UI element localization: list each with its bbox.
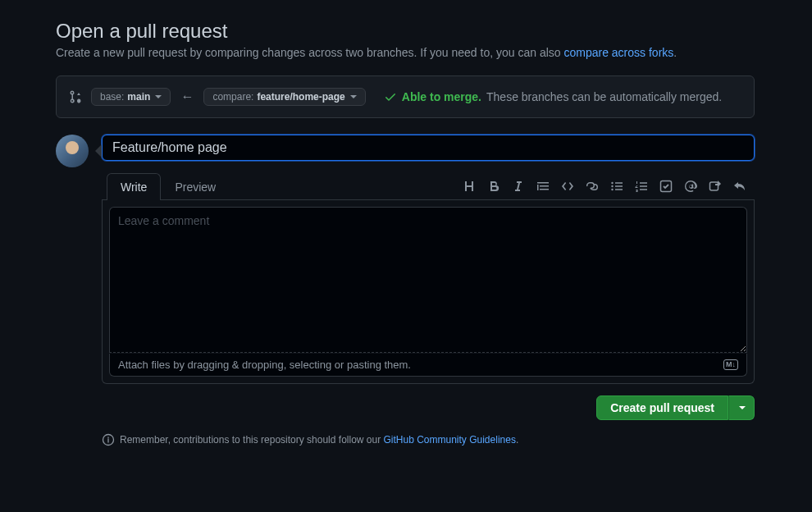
footer-note: Remember, contributions to this reposito… <box>102 433 755 446</box>
create-pull-request-button[interactable]: Create pull request <box>596 395 728 420</box>
page-title: Open a pull request <box>56 20 755 43</box>
git-compare-icon <box>70 90 83 103</box>
subtitle-text: Create a new pull request by comparing c… <box>56 46 563 59</box>
formatting-toolbar <box>461 176 755 196</box>
bold-icon[interactable] <box>486 176 502 196</box>
merge-desc-text: These branches can be automatically merg… <box>486 90 722 103</box>
merge-status: Able to merge. These branches can be aut… <box>384 90 722 103</box>
compare-forks-link[interactable]: compare across forks <box>563 46 673 59</box>
page-subtitle: Create a new pull request by comparing c… <box>56 46 755 59</box>
footer-suffix: . <box>516 434 518 446</box>
code-icon[interactable] <box>559 176 576 196</box>
arrow-left-icon: ← <box>179 89 195 104</box>
link-icon[interactable] <box>584 176 600 196</box>
attach-bar[interactable]: Attach files by dragging & dropping, sel… <box>109 354 747 377</box>
form-panel: Write Preview <box>102 135 755 420</box>
pr-title-input[interactable] <box>102 135 755 161</box>
markdown-icon[interactable]: M↓ <box>723 359 738 370</box>
list-ordered-icon[interactable] <box>633 176 650 196</box>
base-label: base: <box>100 91 124 103</box>
attach-text: Attach files by dragging & dropping, sel… <box>118 359 411 371</box>
tasklist-icon[interactable] <box>658 176 674 196</box>
subtitle-suffix: . <box>673 46 677 59</box>
list-unordered-icon[interactable] <box>609 176 625 196</box>
create-pull-request-dropdown[interactable] <box>728 395 755 420</box>
svg-point-1 <box>611 185 613 186</box>
base-branch-name: main <box>127 91 150 103</box>
compare-label: compare: <box>212 91 253 103</box>
footer-prefix: Remember, contributions to this reposito… <box>120 434 384 446</box>
avatar[interactable] <box>56 135 89 167</box>
svg-rect-4 <box>710 182 718 190</box>
chevron-down-icon <box>350 95 357 98</box>
heading-icon[interactable] <box>461 176 477 196</box>
compare-branch-name: feature/home-page <box>257 91 344 103</box>
form-actions: Create pull request <box>102 395 755 420</box>
check-icon <box>384 90 397 103</box>
chevron-down-icon <box>739 406 746 409</box>
svg-point-2 <box>611 188 613 190</box>
quote-icon[interactable] <box>535 176 551 196</box>
community-guidelines-link[interactable]: GitHub Community Guidelines <box>384 434 516 446</box>
comment-body: Attach files by dragging & dropping, sel… <box>102 200 755 384</box>
italic-icon[interactable] <box>510 176 527 196</box>
mention-icon[interactable] <box>682 176 699 196</box>
svg-point-0 <box>611 181 613 183</box>
tab-preview[interactable]: Preview <box>161 173 230 200</box>
chevron-down-icon <box>155 95 162 98</box>
compare-branch-button[interactable]: compare: feature/home-page <box>203 88 365 106</box>
compare-bar: base: main ← compare: feature/home-page … <box>56 75 755 118</box>
cross-reference-icon[interactable] <box>707 176 723 196</box>
reply-icon[interactable] <box>732 176 748 196</box>
editor-tabs-row: Write Preview <box>102 172 755 200</box>
info-icon <box>102 433 115 446</box>
merge-ok-text: Able to merge. <box>402 90 481 103</box>
tab-write[interactable]: Write <box>107 173 161 200</box>
base-branch-button[interactable]: base: main <box>91 88 171 106</box>
comment-textarea[interactable] <box>109 207 747 353</box>
